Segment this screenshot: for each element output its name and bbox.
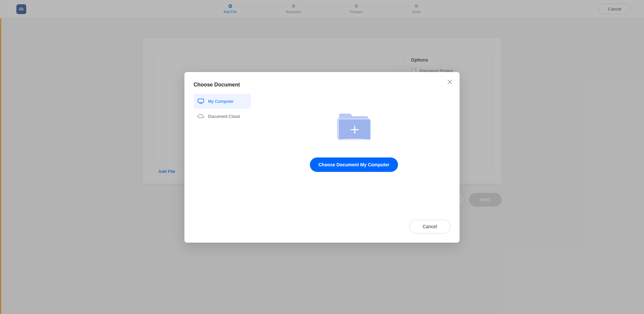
modal-cancel-button[interactable]: Cancel: [409, 220, 450, 233]
choose-document-button[interactable]: Choose Document My Computer: [310, 157, 398, 172]
svg-rect-0: [198, 99, 204, 102]
source-my-computer[interactable]: My Computer: [194, 94, 251, 109]
source-label: Document Cloud: [208, 114, 240, 119]
modal-content-area: Choose Document My Computer: [257, 94, 450, 182]
source-document-cloud[interactable]: Document Cloud: [194, 109, 251, 124]
choose-document-modal: Choose Document My Computer Document: [184, 72, 460, 243]
computer-icon: [197, 98, 204, 105]
source-list: My Computer Document Cloud: [194, 94, 251, 182]
modal-title: Choose Document: [194, 82, 450, 88]
folder-plus-icon: [336, 114, 372, 142]
source-label: My Computer: [208, 99, 234, 104]
cloud-icon: [197, 113, 204, 120]
close-icon[interactable]: [447, 79, 452, 86]
